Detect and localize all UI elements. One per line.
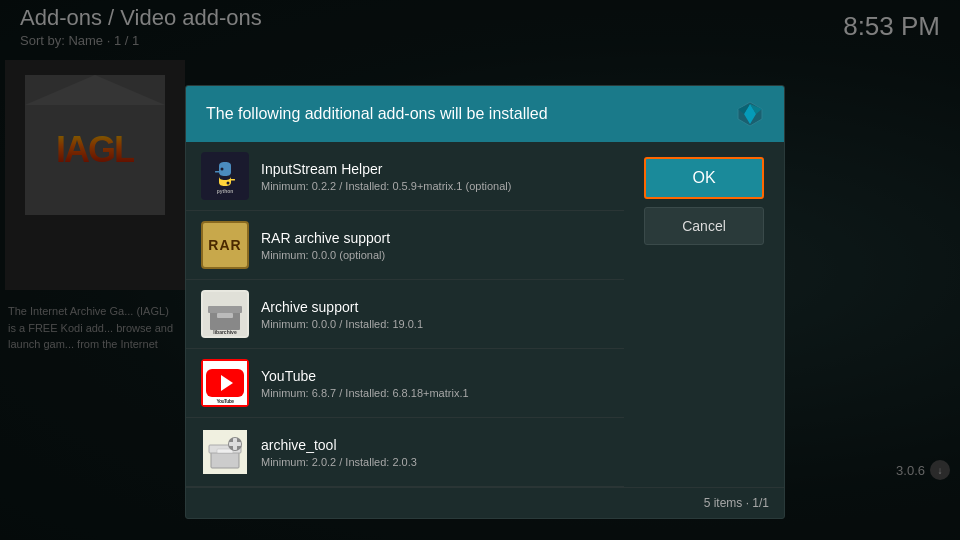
- addon-name: RAR archive support: [261, 230, 609, 246]
- list-item: RAR RAR archive support Minimum: 0.0.0 (…: [186, 211, 624, 280]
- addon-name: YouTube: [261, 368, 609, 384]
- rar-icon: RAR: [201, 221, 249, 269]
- addon-name: Archive support: [261, 299, 609, 315]
- addon-version: Minimum: 0.2.2 / Installed: 0.5.9+matrix…: [261, 180, 609, 192]
- archive-icon: libarchive: [201, 290, 249, 338]
- dialog-header: The following additional add-ons will be…: [186, 86, 784, 142]
- python-icon: python: [207, 158, 243, 194]
- addon-version: Minimum: 6.8.7 / Installed: 6.8.18+matri…: [261, 387, 609, 399]
- addon-list: python InputStream Helper Minimum: 0.2.2…: [186, 142, 624, 487]
- archive-svg: libarchive: [203, 292, 247, 336]
- dialog-body: python InputStream Helper Minimum: 0.2.2…: [186, 142, 784, 487]
- cancel-button[interactable]: Cancel: [644, 207, 764, 245]
- inputstream-icon: python: [201, 152, 249, 200]
- install-dialog: The following additional add-ons will be…: [185, 85, 785, 519]
- dialog-buttons: OK Cancel: [624, 142, 784, 487]
- addon-version: Minimum: 0.0.0 (optional): [261, 249, 609, 261]
- youtube-svg: YouTube: [203, 361, 247, 405]
- svg-rect-13: [217, 313, 233, 318]
- addon-name: InputStream Helper: [261, 161, 609, 177]
- svg-point-6: [227, 182, 230, 185]
- svg-rect-25: [229, 442, 241, 446]
- svg-rect-12: [208, 306, 242, 313]
- items-count: 5 items · 1/1: [704, 496, 769, 510]
- addon-info: archive_tool Minimum: 2.0.2 / Installed:…: [261, 437, 609, 468]
- rar-text: RAR: [208, 237, 241, 253]
- addon-info: Archive support Minimum: 0.0.0 / Install…: [261, 299, 609, 330]
- archive-tool-svg: [203, 430, 247, 474]
- addon-version: Minimum: 0.0.0 / Installed: 19.0.1: [261, 318, 609, 330]
- svg-point-5: [221, 168, 224, 171]
- svg-rect-22: [217, 449, 233, 453]
- addon-info: InputStream Helper Minimum: 0.2.2 / Inst…: [261, 161, 609, 192]
- list-item: libarchive Archive support Minimum: 0.0.…: [186, 280, 624, 349]
- ok-button[interactable]: OK: [644, 157, 764, 199]
- dialog-footer: 5 items · 1/1: [186, 487, 784, 518]
- youtube-logo: YouTube: [201, 359, 249, 407]
- kodi-logo-icon: [736, 100, 764, 128]
- svg-rect-7: [215, 171, 221, 173]
- addon-version: Minimum: 2.0.2 / Installed: 2.0.3: [261, 456, 609, 468]
- list-item: python InputStream Helper Minimum: 0.2.2…: [186, 142, 624, 211]
- youtube-icon: YouTube: [201, 359, 249, 407]
- svg-text:libarchive: libarchive: [213, 329, 237, 335]
- svg-text:python: python: [217, 188, 234, 194]
- addon-name: archive_tool: [261, 437, 609, 453]
- addon-info: YouTube Minimum: 6.8.7 / Installed: 6.8.…: [261, 368, 609, 399]
- archive-tool-icon: [201, 428, 249, 476]
- list-item: YouTube YouTube Minimum: 6.8.7 / Install…: [186, 349, 624, 418]
- svg-text:YouTube: YouTube: [216, 398, 234, 404]
- svg-rect-8: [229, 179, 235, 181]
- dialog-title: The following additional add-ons will be…: [206, 105, 548, 123]
- list-item: archive_tool Minimum: 2.0.2 / Installed:…: [186, 418, 624, 487]
- dialog-overlay: The following additional add-ons will be…: [0, 0, 960, 540]
- addon-info: RAR archive support Minimum: 0.0.0 (opti…: [261, 230, 609, 261]
